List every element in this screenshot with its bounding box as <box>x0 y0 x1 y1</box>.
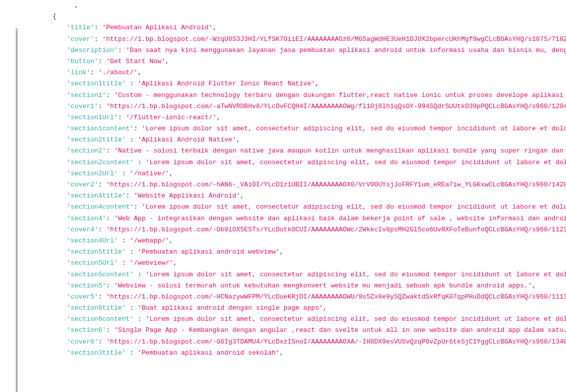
json-key: 'section4content' <box>67 203 134 211</box>
json-key: 'cover5' <box>67 293 98 301</box>
code-line[interactable]: 'button': 'Get Start Now', <box>38 56 566 67</box>
json-value: 'Lorem ipsum dolor sit amet, consectetur… <box>146 159 566 166</box>
colon: : <box>118 259 129 267</box>
code-line[interactable]: 'description': 'Dan saat nya kini menggu… <box>38 45 566 56</box>
code-line[interactable]: 'cover1': 'https://1.bp.blogspot.com/-aT… <box>38 101 566 112</box>
code-line[interactable]: 'cover4': 'https://1.bp.blogspot.com/-Ob… <box>38 224 566 235</box>
colon: : <box>106 147 114 155</box>
code-line[interactable]: 'cover2': 'https://1.bp.blogspot.com/-hA… <box>38 179 566 190</box>
editor-gutter <box>0 0 18 392</box>
json-key: 'cover' <box>67 35 95 43</box>
json-value: 'Native - solusi terbaik dengan native j… <box>114 147 566 155</box>
json-key: 'section5title' <box>67 248 126 256</box>
code-line[interactable]: { <box>38 11 566 22</box>
code-line[interactable]: 'section6title' : 'Buat aplikasi android… <box>38 303 566 314</box>
json-value: '/webview/' <box>130 259 173 267</box>
code-line[interactable]: 'section1': 'Custom - menggunakan techno… <box>38 90 566 101</box>
code-line[interactable]: 'section5content' : 'Lorem ipsum dolor s… <box>38 269 566 280</box>
json-key: 'section6content' <box>67 315 134 323</box>
code-line[interactable]: 'section2Url' : '/native/', <box>38 168 566 179</box>
json-key: 'link' <box>67 69 90 76</box>
code-line[interactable]: 'section4title': 'Website Applikasi Andr… <box>38 190 566 202</box>
code-line[interactable]: 'cover6': 'https://1.bp.blogspot.com/-G6… <box>38 336 566 348</box>
colon: : <box>134 159 146 166</box>
json-key: 'section1title' <box>67 80 126 87</box>
code-line[interactable]: 'section5Url' : '/webview/', <box>38 258 566 269</box>
code-line[interactable]: 'section1Url': '/flutter-ionic-react/', <box>38 112 566 123</box>
code-line[interactable]: 'section4content': 'Lorem ipsum dolor si… <box>38 202 566 213</box>
json-key: 'cover6' <box>67 338 98 346</box>
json-key: 'title' <box>67 24 95 31</box>
code-editor[interactable]: ,{'title': 'Pembuatan Aplikasi Android',… <box>18 0 566 392</box>
colon: : <box>126 80 137 87</box>
json-key: 'section3title' <box>67 349 126 357</box>
json-value: 'Lorem ipsum dolor sit amet, consectetur… <box>142 125 566 132</box>
colon: : <box>106 215 114 222</box>
colon: : <box>106 326 114 334</box>
json-key: 'cover4' <box>67 226 98 233</box>
colon: : <box>118 46 126 54</box>
colon: : <box>98 58 106 65</box>
code-line[interactable]: 'section1title' : 'Aplikasi Android Flut… <box>38 78 566 89</box>
colon: : <box>126 349 137 357</box>
code-line[interactable]: 'section2content' : 'Lorem ipsum dolor s… <box>38 157 566 168</box>
json-value: 'Single Page App - Kembangkan dengan ang… <box>114 326 566 334</box>
comma: , <box>173 259 177 267</box>
code-line[interactable]: 'section1content': 'Lorem ipsum dolor si… <box>38 123 566 134</box>
code-line[interactable]: , <box>38 0 566 11</box>
json-key: 'section6title' <box>67 304 126 312</box>
code-line[interactable]: 'section6': 'Single Page App - Kembangka… <box>38 325 566 336</box>
code-line[interactable]: 'section2title' : 'Aplikasi Android Nati… <box>38 134 566 145</box>
json-value: 'Pembuatan aplikasi android sekolah' <box>137 349 279 357</box>
json-value: 'https://1.bp.blogspot.com/-HCNazywWFPM/… <box>106 293 566 301</box>
json-value: 'Custom - menggunakan technology terbaru… <box>114 91 566 99</box>
code-text: , <box>67 2 78 9</box>
json-value: 'Dan saat nya kini menggunakan layanan j… <box>126 46 566 54</box>
colon: : <box>98 293 106 301</box>
json-key: 'section6' <box>67 326 106 334</box>
code-line[interactable]: 'section6content' : 'Lorem ipsum dolor s… <box>38 314 566 325</box>
colon: : <box>134 125 142 132</box>
json-value: 'Web App - integrasikan dengan website d… <box>114 215 566 222</box>
json-value: 'https://1.bp.blogspot.com/-G6Ig3TDAMU4/… <box>106 338 566 346</box>
code-line[interactable]: 'section2': 'Native - solusi terbaik den… <box>38 145 566 157</box>
json-value: 'Webview - solusi termurah untuk kebutuh… <box>114 282 532 289</box>
json-key: 'section5' <box>67 282 106 289</box>
colon: : <box>106 282 114 289</box>
json-key: 'cover1' <box>67 103 98 110</box>
code-line[interactable]: 'link': './about/', <box>38 67 566 78</box>
json-value: 'Pembuatan Aplikasi Android' <box>102 24 212 31</box>
colon: : <box>134 271 146 278</box>
comma: , <box>137 69 142 76</box>
json-value: '/flutter-ionic-react/' <box>126 114 216 121</box>
code-text: { <box>53 13 57 20</box>
json-value: 'Get Start Now' <box>106 58 165 65</box>
colon: : <box>98 181 106 188</box>
json-value: '/native/' <box>130 170 169 177</box>
json-key: 'description' <box>67 46 118 54</box>
code-line[interactable]: 'title': 'Pembuatan Aplikasi Android', <box>38 22 566 33</box>
code-line[interactable]: 'section3title' : 'Pembuatan aplikasi an… <box>38 348 566 359</box>
comma: , <box>279 248 284 256</box>
colon: : <box>118 114 126 121</box>
json-key: 'section2' <box>67 147 106 155</box>
code-line[interactable]: 'section5title' : 'Pembuatan aplikasi an… <box>38 247 566 258</box>
colon: : <box>118 237 129 244</box>
json-key: 'section5content' <box>67 271 134 278</box>
json-value: 'https://1.bp.blogspot.com/-WzqU0S3J3HI/… <box>102 35 566 43</box>
comma: , <box>165 58 169 65</box>
code-line[interactable]: 'cover5': 'https://1.bp.blogspot.com/-HC… <box>38 291 566 303</box>
json-value: 'Lorem ipsum dolor sit amet, consectetur… <box>146 271 566 278</box>
code-line[interactable]: 'section5': 'Webview - solusi termurah u… <box>38 280 566 291</box>
colon: : <box>118 170 129 177</box>
comma: , <box>216 114 220 121</box>
colon: : <box>95 24 103 31</box>
json-value: 'Lorem ipsum dolor sit amet, consectetur… <box>146 315 566 323</box>
colon: : <box>90 69 99 76</box>
code-line[interactable]: 'section4': 'Web App - integrasikan deng… <box>38 213 566 224</box>
code-line[interactable]: 'section4Url' : '/webapp/', <box>38 235 566 247</box>
json-key: 'section2Url' <box>67 170 118 177</box>
colon: : <box>98 338 106 346</box>
json-value: 'Pembuatan aplikasi android webview' <box>137 248 279 256</box>
code-line[interactable]: 'cover': 'https://1.bp.blogspot.com/-Wzq… <box>38 34 566 45</box>
